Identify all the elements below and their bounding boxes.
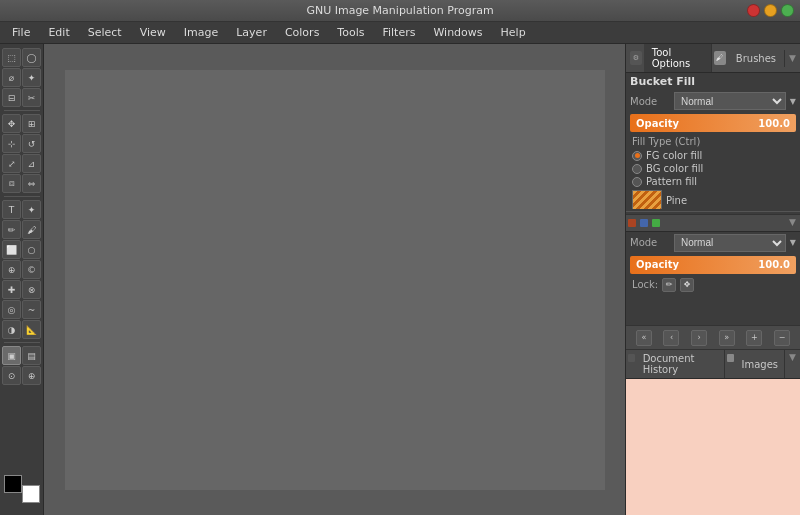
fg-fill-option[interactable]: FG color fill (626, 149, 800, 162)
lock-pixels-icon[interactable]: ✏ (662, 278, 676, 292)
history-options-button[interactable]: ▼ (785, 350, 800, 378)
flip-tool[interactable]: ⇔ (22, 174, 41, 193)
minimize-button[interactable] (764, 4, 777, 17)
mode-label: Mode (630, 96, 670, 107)
history-tab-icon-1 (628, 354, 635, 362)
layers-panel: ▼ Mode Normal ▼ Opacity 100.0 Lock: ✏ ✥ (626, 214, 800, 350)
fg-color[interactable] (4, 475, 22, 493)
fg-bg-area (4, 475, 40, 511)
menu-edit[interactable]: Edit (40, 24, 77, 41)
title-bar: GNU Image Manipulation Program (0, 0, 800, 22)
crop-tool[interactable]: ⊹ (2, 134, 21, 153)
fuzzy-select-tool[interactable]: ✦ (22, 68, 41, 87)
toolbar-separator-3 (4, 342, 40, 343)
pattern-preview[interactable] (632, 190, 662, 209)
layers-delete-icon[interactable]: − (774, 330, 790, 346)
dodge-burn-tool[interactable]: ◑ (2, 320, 21, 339)
tool-row-8: T ✦ (2, 200, 41, 219)
menu-file[interactable]: File (4, 24, 38, 41)
ellipse-select-tool[interactable]: ◯ (22, 48, 41, 67)
move-tool[interactable]: ✥ (2, 114, 21, 133)
panel-options-button[interactable]: ▼ (785, 51, 800, 65)
layers-opacity-bar[interactable]: Opacity 100.0 (630, 256, 796, 274)
history-tabs: Document History Images ▼ (626, 349, 800, 379)
layers-forward-icon[interactable]: » (719, 330, 735, 346)
bg-fill-option[interactable]: BG color fill (626, 162, 800, 175)
clone-tool[interactable]: © (22, 260, 41, 279)
tool-row-2: ⌀ ✦ (2, 68, 41, 87)
heal-tool[interactable]: ✚ (2, 280, 21, 299)
shear-tool[interactable]: ⊿ (22, 154, 41, 173)
opacity-value: 100.0 (758, 118, 790, 129)
rect-select-tool[interactable]: ⬚ (2, 48, 21, 67)
mode-row: Mode Normal ▼ (626, 90, 800, 112)
tab-document-history[interactable]: Document History (637, 350, 725, 378)
layers-prev-icon[interactable]: ‹ (663, 330, 679, 346)
bg-fill-radio[interactable] (632, 164, 642, 174)
path-tool[interactable]: ✦ (22, 200, 41, 219)
lock-position-icon[interactable]: ✥ (680, 278, 694, 292)
tool-row-4: ✥ ⊞ (2, 114, 41, 133)
menu-layer[interactable]: Layer (228, 24, 275, 41)
zoom-tool[interactable]: ⊕ (22, 366, 41, 385)
scale-tool[interactable]: ⤢ (2, 154, 21, 173)
blur-sharpen-tool[interactable]: ◎ (2, 300, 21, 319)
fg-fill-radio[interactable] (632, 151, 642, 161)
eraser-tool[interactable]: ⬜ (2, 240, 21, 259)
tool-row-15: ▣ ▤ (2, 346, 41, 365)
measure-tool[interactable]: 📐 (22, 320, 41, 339)
fg-bg-colors[interactable] (4, 475, 40, 503)
menu-colors[interactable]: Colors (277, 24, 327, 41)
pencil-tool[interactable]: ✏ (2, 220, 21, 239)
window-controls (747, 4, 794, 17)
eyedropper-tool[interactable]: ⊙ (2, 366, 21, 385)
layers-tab-icon-3 (652, 219, 660, 227)
rotate-tool[interactable]: ↺ (22, 134, 41, 153)
layers-mode-select[interactable]: Normal (674, 234, 786, 252)
ink-tool[interactable]: ⊕ (2, 260, 21, 279)
select-by-color-tool[interactable]: ⊟ (2, 88, 21, 107)
tool-row-11: ⊕ © (2, 260, 41, 279)
opacity-label: Opacity (636, 118, 679, 129)
maximize-button[interactable] (781, 4, 794, 17)
pattern-fill-radio[interactable] (632, 177, 642, 187)
tab-images[interactable]: Images (736, 350, 786, 378)
layers-options-button[interactable]: ▼ (785, 215, 800, 231)
blend-tool[interactable]: ▤ (22, 346, 41, 365)
airbrush-tool[interactable]: ○ (22, 240, 41, 259)
close-button[interactable] (747, 4, 760, 17)
menu-tools[interactable]: Tools (329, 24, 372, 41)
history-tab-icon-2 (727, 354, 734, 362)
canvas-area[interactable] (44, 44, 625, 515)
perspective-tool[interactable]: ⧈ (2, 174, 21, 193)
paintbrush-tool[interactable]: 🖌 (22, 220, 41, 239)
bucket-fill-tool[interactable]: ▣ (2, 346, 21, 365)
lock-label: Lock: (632, 279, 658, 290)
tool-row-9: ✏ 🖌 (2, 220, 41, 239)
opacity-bar[interactable]: Opacity 100.0 (630, 114, 796, 132)
layers-next-icon[interactable]: › (691, 330, 707, 346)
menu-filters[interactable]: Filters (374, 24, 423, 41)
menu-image[interactable]: Image (176, 24, 226, 41)
bg-color[interactable] (22, 485, 40, 503)
menu-view[interactable]: View (132, 24, 174, 41)
menu-select[interactable]: Select (80, 24, 130, 41)
tab-tool-options[interactable]: Tool Options (644, 44, 712, 72)
menu-windows[interactable]: Windows (425, 24, 490, 41)
tab-brushes[interactable]: Brushes (728, 50, 785, 67)
image-canvas[interactable] (65, 70, 605, 490)
smudge-tool[interactable]: ~ (22, 300, 41, 319)
layers-add-icon[interactable]: + (746, 330, 762, 346)
tool-row-10: ⬜ ○ (2, 240, 41, 259)
tool-row-14: ◑ 📐 (2, 320, 41, 339)
menu-help[interactable]: Help (493, 24, 534, 41)
left-toolbar: ⬚ ◯ ⌀ ✦ ⊟ ✂ ✥ ⊞ ⊹ ↺ ⤢ ⊿ ⧈ ⇔ T (0, 44, 44, 515)
pattern-fill-option[interactable]: Pattern fill (626, 175, 800, 188)
scissors-tool[interactable]: ✂ (22, 88, 41, 107)
layers-back-icon[interactable]: « (636, 330, 652, 346)
align-tool[interactable]: ⊞ (22, 114, 41, 133)
perspective-clone-tool[interactable]: ⊗ (22, 280, 41, 299)
text-tool[interactable]: T (2, 200, 21, 219)
free-select-tool[interactable]: ⌀ (2, 68, 21, 87)
mode-select[interactable]: Normal (674, 92, 786, 110)
